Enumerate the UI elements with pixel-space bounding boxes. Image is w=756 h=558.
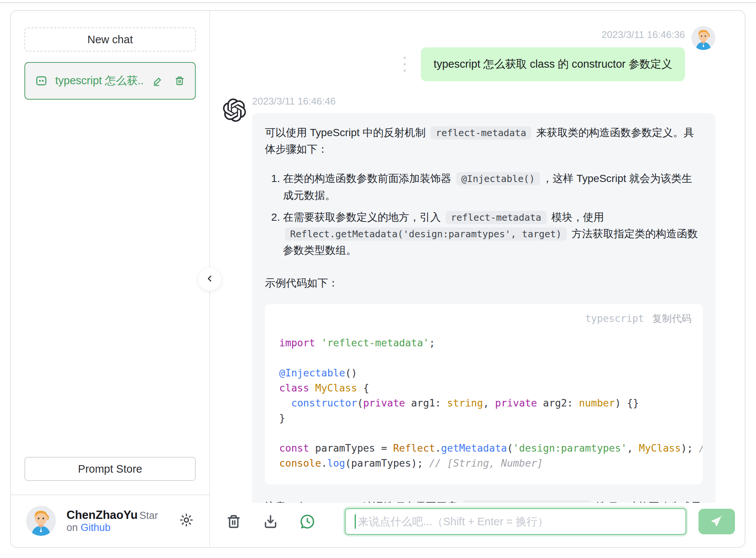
code-block: typescript 复制代码 import 'reflect-metadata… bbox=[265, 304, 703, 484]
composer-bar bbox=[210, 503, 745, 547]
code-line: constructor(private arg1: string, privat… bbox=[279, 396, 691, 411]
code-line: class MyClass { bbox=[279, 381, 691, 396]
chat-main: 2023/3/11 16:46:36 typescript 怎么获取 class… bbox=[210, 11, 745, 547]
window-top-edge bbox=[0, 2, 756, 3]
assistant-message: 2023/3/11 16:46:46 可以使用 TypeScript 中的反射机… bbox=[223, 94, 715, 503]
user-timestamp: 2023/3/11 16:46:36 bbox=[602, 29, 685, 41]
new-chat-button[interactable]: New chat bbox=[24, 27, 196, 52]
conversation-actions bbox=[152, 75, 185, 87]
code-line: console.log(paramTypes); // [String, Num… bbox=[279, 456, 691, 471]
download-icon[interactable] bbox=[262, 513, 279, 530]
clear-trash-icon[interactable] bbox=[225, 513, 242, 530]
code-line: const paramTypes = Reflect.getMetadata('… bbox=[279, 441, 691, 456]
inline-code: @Injectable() bbox=[456, 172, 540, 185]
sidebar-item-conversation[interactable]: typescript 怎么获... bbox=[24, 62, 196, 100]
profile-name: ChenZhaoYu bbox=[67, 508, 138, 522]
inline-code: emitDecoratorMetadata bbox=[462, 500, 591, 503]
example-label: 示例代码如下： bbox=[265, 275, 703, 291]
message-input[interactable] bbox=[346, 509, 685, 534]
assistant-step-1: 在类的构造函数参数前面添加装饰器 @Injectable()，这样 TypeSc… bbox=[283, 170, 703, 203]
assistant-timestamp: 2023/3/11 16:46:46 bbox=[252, 96, 715, 107]
assistant-bubble: 可以使用 TypeScript 中的反射机制 reflect-metadata … bbox=[252, 113, 715, 503]
send-plane-icon bbox=[709, 514, 724, 530]
profile-text: ChenZhaoYu Star on Github bbox=[67, 508, 168, 534]
user-bubble: typescript 怎么获取 class 的 constructor 参数定义 bbox=[421, 47, 685, 81]
inline-code: reflect-metadata bbox=[431, 126, 532, 140]
message-input-wrap bbox=[345, 508, 686, 535]
code-language-label: typescript bbox=[585, 311, 644, 326]
refresh-icon[interactable] bbox=[723, 502, 737, 503]
user-message: 2023/3/11 16:46:36 typescript 怎么获取 class… bbox=[223, 26, 715, 81]
message-icon bbox=[35, 74, 48, 87]
code-line bbox=[279, 426, 691, 441]
user-avatar bbox=[26, 506, 56, 536]
assistant-note: 注意：在 TypeScript 编译选项中需要开启 emitDecoratorM… bbox=[265, 499, 703, 503]
assistant-step-2: 在需要获取参数定义的地方，引入 reflect-metadata 模块，使用 R… bbox=[283, 209, 703, 259]
code-line: } bbox=[279, 411, 691, 426]
chat-history-icon[interactable] bbox=[299, 513, 316, 530]
more-dots-icon[interactable] bbox=[404, 57, 406, 72]
assistant-bubble-wrap: 可以使用 TypeScript 中的反射机制 reflect-metadata … bbox=[252, 113, 715, 503]
sidebar-spacer bbox=[24, 100, 196, 457]
code-body: import 'reflect-metadata'; @Injectable()… bbox=[279, 335, 691, 471]
sidebar-main: New chat typescript 怎么获... bbox=[11, 11, 209, 494]
code-line bbox=[279, 350, 691, 365]
code-line: @Injectable() bbox=[279, 365, 691, 381]
inline-code: reflect-metadata bbox=[446, 211, 547, 224]
gear-icon[interactable] bbox=[178, 512, 194, 529]
assistant-message-body: 2023/3/11 16:46:46 可以使用 TypeScript 中的反射机… bbox=[252, 94, 715, 503]
edit-icon[interactable] bbox=[152, 75, 163, 87]
assistant-side-actions bbox=[723, 502, 737, 503]
openai-logo bbox=[223, 99, 246, 123]
conversation-title: typescript 怎么获... bbox=[55, 73, 144, 88]
code-block-header: typescript 复制代码 bbox=[279, 311, 691, 326]
app-frame: New chat typescript 怎么获... bbox=[10, 10, 745, 548]
trash-icon[interactable] bbox=[174, 75, 185, 86]
sidebar: New chat typescript 怎么获... bbox=[11, 11, 210, 547]
text-caret bbox=[355, 514, 356, 529]
sidebar-collapse-button[interactable] bbox=[198, 267, 222, 291]
prompt-store-button[interactable]: Prompt Store bbox=[24, 457, 196, 481]
assistant-steps: 在类的构造函数参数前面添加装饰器 @Injectable()，这样 TypeSc… bbox=[265, 170, 703, 259]
user-avatar bbox=[691, 26, 715, 50]
assistant-intro: 可以使用 TypeScript 中的反射机制 reflect-metadata … bbox=[265, 124, 703, 158]
code-line: import 'reflect-metadata'; bbox=[279, 335, 691, 350]
github-link[interactable]: Github bbox=[81, 522, 111, 533]
chat-scroll-area[interactable]: 2023/3/11 16:46:36 typescript 怎么获取 class… bbox=[210, 11, 745, 503]
sidebar-profile: ChenZhaoYu Star on Github bbox=[11, 494, 209, 547]
user-message-body: 2023/3/11 16:46:36 typescript 怎么获取 class… bbox=[404, 26, 685, 81]
inline-code: Reflect.getMetadata('design:paramtypes',… bbox=[285, 227, 567, 241]
user-bubble-row: typescript 怎么获取 class 的 constructor 参数定义 bbox=[404, 47, 685, 81]
chevron-left-icon bbox=[204, 273, 215, 285]
copy-code-button[interactable]: 复制代码 bbox=[652, 311, 691, 326]
send-button[interactable] bbox=[699, 509, 735, 534]
